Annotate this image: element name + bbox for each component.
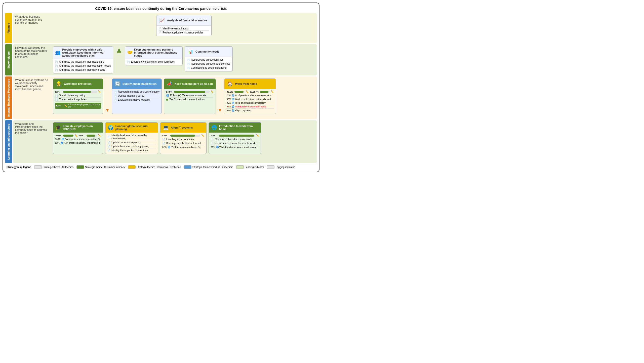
card-item: 📄 Anticipate the impact on their daily n…: [55, 68, 111, 72]
card-item: 📄 Evaluate alternative logistics,: [114, 98, 159, 102]
internal-cards: 👷 Workforce protection 82% ✏️: [53, 78, 315, 114]
home-icon: 🏠: [226, 80, 233, 87]
card-item: 82% 🌀 % of practices actually implemente…: [55, 141, 101, 145]
kpi-bar: [219, 135, 254, 137]
keep-stakeholders-header: 📣 Keep stakeholders up-to-date: [164, 79, 216, 89]
legend-leading: Leading indicator: [236, 165, 264, 169]
chart-icon: 📈: [158, 17, 166, 24]
card-item: 82% 🌀 Align IT systems: [226, 109, 274, 112]
doc-icon: 📄: [211, 138, 214, 141]
card-item: 📄 Identify the impact on operations: [107, 148, 156, 152]
card-item: 📄 Update inventory policy: [114, 94, 159, 98]
community-needs-title: Community needs: [195, 50, 219, 53]
doc-icon: 📄: [211, 142, 214, 145]
supply-chain-card: 🔄 Supply-chain stabilization 📄 Research …: [112, 78, 162, 114]
kpi-row: 87.5% ✏️: [166, 90, 214, 94]
worker-icon: 👷: [55, 80, 62, 87]
kpi-bar: [63, 91, 91, 93]
card-item: 📄 Performance review for remote work,: [211, 141, 259, 145]
kpi-bar-container: [63, 135, 73, 137]
kpi-row: 87.667% ✏️: [250, 90, 274, 94]
kpi-bar: [174, 91, 205, 93]
card-item: 97% 🌀 Work from home awareness training,: [211, 145, 259, 149]
workforce-header: 👷 Workforce protection: [53, 79, 103, 89]
kpi-bar-container: [63, 91, 97, 93]
workforce-card: 👷 Workforce protection 82% ✏️: [53, 78, 103, 114]
card-item: 📄 Anticipate the impact on their educati…: [55, 64, 111, 68]
trend-icon: ✏️: [64, 104, 67, 107]
legend-swatch: [34, 165, 42, 169]
internal-label: Internal Business Processes: [5, 76, 12, 119]
card-item: 📄 Social distancing policy: [55, 94, 101, 98]
align-it-header: 💻 Align IT systems: [160, 123, 206, 133]
finance-label: Finance: [5, 13, 12, 43]
doc-icon: 📄: [55, 94, 58, 97]
card-item: 📄 Anticipate the impact on their healthc…: [55, 60, 111, 64]
finance-content: What does business continuity mean in th…: [13, 13, 317, 43]
doc-icon: 📄: [158, 27, 162, 30]
handshake-icon: 🤝: [127, 49, 133, 56]
kpi-bar-container: [174, 91, 210, 93]
customers-informed-body: 📄 Emergency channels of communication: [125, 59, 182, 65]
trend-icon: ✏️: [246, 90, 249, 93]
community-needs-body: 📄 Repurposing production lines 📄 Repurpo…: [185, 57, 232, 71]
card-item: 98% 🌀 Work remotely / can potentially wo…: [226, 97, 274, 101]
content-area: Finance What does business continuity me…: [5, 13, 317, 163]
finance-row: Finance What does business continuity me…: [5, 13, 317, 43]
doc-icon: 📄: [55, 98, 58, 101]
kpi-row: 82% ✏️: [78, 134, 101, 137]
trend-icon: ✏️: [74, 134, 77, 137]
chart-bar-icon: 📊: [187, 48, 194, 55]
kpi-row: 100% ✏️: [55, 134, 77, 137]
kpi-bar-container: [219, 135, 255, 137]
global-scenario-card: 🌍 Conduct global scenario planning 📄 Ide…: [105, 122, 158, 154]
card-item: 📄 Research alternate sources of supply: [114, 90, 159, 94]
kpi-bar: [170, 135, 195, 137]
status-dot: [166, 99, 168, 101]
legend-title: Strategy map legend: [7, 166, 31, 169]
legend-swatch-lagging: [267, 165, 274, 169]
community-needs-header: 📊 Community needs: [185, 47, 232, 57]
card-item: 📄 Contributing to social distancing: [187, 66, 230, 70]
learning-row: Learning and Infrastructure What skills …: [5, 120, 317, 163]
kpi-bar-container: [170, 135, 200, 137]
doc-icon: 📄: [114, 95, 117, 97]
trend-icon: ✏️: [211, 90, 214, 93]
kpi-row: 82% ✏️: [55, 90, 101, 94]
employee-safe-body: 📄 Anticipate the impact on their healthc…: [53, 59, 113, 73]
legend-swatch-operations: [128, 165, 136, 169]
learning-label: Learning and Infrastructure: [5, 120, 12, 163]
legend-operations: Strategic theme: Operations Excellence: [128, 165, 181, 169]
card-item: 📄 Enabling work from home: [162, 137, 204, 141]
card-item: 100% 🌀 Awareness program penetration, %: [55, 137, 101, 141]
doc-icon: 📄: [187, 67, 190, 69]
legend-swatch-leading: [236, 165, 244, 169]
stakeholders-content: How must we satisfy the needs of the sta…: [13, 44, 317, 75]
finance-question: What does business continuity mean in th…: [15, 15, 50, 24]
doc-icon: 📄: [187, 59, 190, 61]
educate-employees-card: 🎓 Educate employees on COVID-19 100%: [53, 122, 103, 154]
align-it-body: 82% ✏️ 📄 Enabling work from home: [160, 133, 206, 150]
kpi-bar: [260, 91, 268, 93]
card-item: 📄 Repurposing products and services: [187, 62, 230, 66]
align-it-card: 💻 Align IT systems 82% ✏️: [160, 122, 207, 154]
doc-icon: 📄: [114, 99, 117, 101]
doc-icon: 📄: [107, 136, 110, 138]
employees-icon: 👥: [55, 49, 61, 56]
kpi-bar-container: [87, 135, 97, 137]
kpi-row: 97% ✏️: [211, 134, 259, 137]
cycle-icon: 🔄: [114, 80, 121, 87]
internal-question: What business systems do we need to sati…: [15, 78, 50, 91]
keep-stakeholders-body: 87.5% ✏️ 🌀 12 hour(s) Time to communicat…: [164, 89, 216, 103]
network-icon: 🌐: [211, 124, 218, 131]
doc-icon: 📄: [127, 61, 130, 63]
card-item: 📄 Identify revenue impact: [158, 27, 209, 31]
card-item: 82% 🌀 IT infrastructure readiness, %: [162, 145, 204, 149]
trend-icon: ✏️: [98, 90, 101, 93]
kpi-bar-container: [234, 91, 245, 93]
doc-icon: 📄: [55, 65, 58, 67]
financial-scenarios-body: 📄 Identify revenue impact 📄 Review appli…: [156, 26, 211, 36]
employee-safe-header: 👥 Provide employees with a safe workplac…: [53, 47, 113, 59]
kpi-row: 89.5% ✏️: [226, 90, 249, 94]
intro-wfh-body: 97% ✏️ 📄 Communications for remote work,: [209, 133, 261, 150]
